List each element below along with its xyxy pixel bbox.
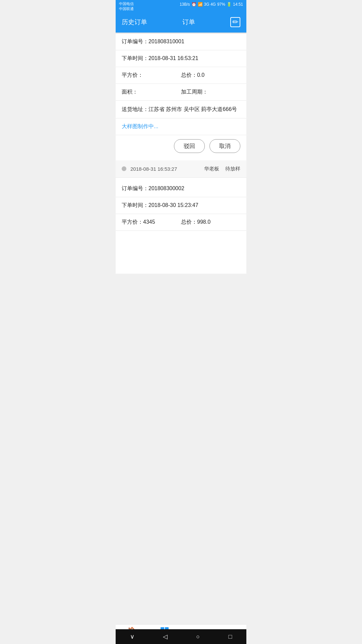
edit-icon[interactable]: ✏ — [230, 17, 240, 27]
wifi-icon: 📶 — [198, 2, 203, 7]
log-status-1: 待放样 — [225, 166, 240, 172]
carrier-info: 中国电信 中国联通 — [119, 1, 134, 12]
order-price-row-1: 平方价： 总价：0.0 — [116, 67, 246, 84]
status-bar: 中国电信 中国联通 13B/s ⏰ 📶 3G 4G 97% 🔋 14:51 — [116, 0, 246, 12]
clock: 14:51 — [233, 2, 243, 7]
header-center-title: 订单 — [147, 18, 230, 26]
log-time-1: 2018-08-31 16:53:27 — [130, 166, 200, 172]
order-area-row-1: 面积： 加工周期： — [116, 84, 246, 101]
zongjia-1: 总价：0.0 — [181, 72, 240, 79]
header-left-title: 历史订单 — [122, 18, 147, 26]
order-actions-1: 驳回 取消 — [116, 135, 246, 158]
carrier1: 中国电信 — [119, 1, 134, 6]
order-number-1: 订单编号：201808310001 — [116, 34, 246, 50]
status-icons: 13B/s ⏰ 📶 3G 4G 97% 🔋 14:51 — [180, 2, 243, 7]
order-number-2: 订单编号：201808300002 — [116, 180, 246, 197]
pingfangjia-1: 平方价： — [122, 72, 181, 79]
log-dot-1 — [122, 166, 126, 171]
order-address-1: 送货地址：江苏省 苏州市 吴中区 菿亭大道666号 — [116, 101, 246, 118]
mianji-1: 面积： — [122, 89, 181, 96]
jiagong-1: 加工周期： — [181, 89, 240, 96]
order-card-1: 订单编号：201808310001 下单时间：2018-08-31 16:53:… — [116, 34, 246, 158]
order-time-1: 下单时间：2018-08-31 16:53:21 — [116, 50, 246, 67]
signal-icons: 3G 4G — [204, 2, 216, 7]
battery-icon: 🔋 — [227, 2, 232, 7]
network-speed: 13B/s — [180, 2, 190, 7]
pingfangjia-2: 平方价：4345 — [122, 219, 181, 226]
carrier2: 中国联通 — [119, 6, 134, 11]
alarm-icon: ⏰ — [191, 2, 196, 7]
order-time-2: 下单时间：2018-08-30 15:23:47 — [116, 197, 246, 214]
app-header: 历史订单 订单 ✏ — [116, 12, 246, 33]
order-log-1: 2018-08-31 16:53:27 华老板 待放样 — [116, 160, 246, 178]
content-area: 订单编号：201808310001 下单时间：2018-08-31 16:53:… — [116, 34, 246, 274]
order-card-2: 订单编号：201808300002 下单时间：2018-08-30 15:23:… — [116, 180, 246, 231]
order-status-link-1[interactable]: 大样图制作中... — [116, 118, 246, 135]
log-operator-1: 华老板 — [204, 166, 219, 172]
battery-level: 97% — [217, 2, 225, 7]
order-price-row-2: 平方价：4345 总价：998.0 — [116, 214, 246, 231]
log-meta-1: 华老板 待放样 — [204, 166, 240, 172]
cancel-button-1[interactable]: 取消 — [209, 139, 240, 153]
reject-button-1[interactable]: 驳回 — [174, 139, 205, 153]
zongjia-2: 总价：998.0 — [181, 219, 240, 226]
